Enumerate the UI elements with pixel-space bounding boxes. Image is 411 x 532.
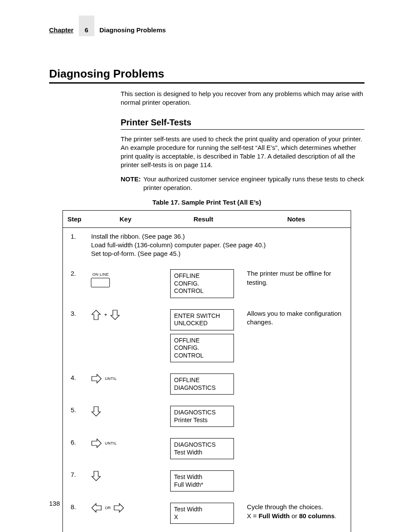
text-line: Install the ribbon. (See page 36.) — [91, 232, 347, 241]
page-number: 138 — [49, 499, 60, 508]
down-arrow-key-icon — [110, 309, 120, 320]
step-num: 5. — [63, 401, 86, 434]
step-num: 3. — [63, 305, 86, 370]
heading-1: Diagnosing Problems — [49, 66, 364, 84]
left-arrow-key-icon — [91, 503, 102, 513]
down-arrow-key-icon — [91, 406, 101, 417]
th-notes: Notes — [242, 211, 351, 227]
key-cell: + — [86, 305, 165, 370]
note-body: Your authorized customer service enginee… — [143, 175, 364, 193]
text-line: DIAGNOSTICS — [174, 384, 230, 392]
svg-marker-3 — [92, 407, 100, 416]
text-line: CONFIG. CONTROL — [174, 280, 230, 295]
text-line: CONFIG. CONTROL — [174, 344, 230, 359]
svg-marker-2 — [92, 374, 101, 383]
lcd-display: DIAGNOSTICS Printer Tests — [170, 406, 234, 427]
notes-cell — [242, 369, 351, 401]
or-label: OR — [105, 505, 111, 510]
table-row: 6. UNTIL DIAGNOSTICS Test Width — [63, 434, 351, 466]
text-line: OFFLINE — [174, 376, 230, 384]
svg-marker-0 — [92, 310, 100, 320]
text-line: OFFLINE — [174, 337, 230, 345]
result-cell: OFFLINE CONFIG. CONTROL — [165, 265, 242, 305]
text-line: Load full-width (136-column) computer pa… — [91, 241, 347, 249]
procedure-table: Step Key Result Notes 1. Install the rib… — [62, 210, 351, 532]
text-line: Test Width — [174, 473, 230, 481]
body-paragraph: The printer self-tests are used to check… — [121, 135, 364, 170]
svg-marker-5 — [92, 471, 100, 481]
right-arrow-key-icon — [113, 503, 125, 513]
table-caption: Table 17. Sample Print Test (All E’s) — [49, 198, 364, 207]
th-result: Result — [165, 211, 242, 227]
table-row: 4. UNTIL OFFLINE DIAGNOSTICS — [63, 369, 351, 401]
result-cell: DIAGNOSTICS Test Width — [165, 434, 242, 466]
text-line: DIAGNOSTICS — [174, 441, 230, 449]
up-arrow-key-icon — [91, 309, 101, 320]
key-cell — [86, 466, 165, 498]
page-header: Chapter 6 Diagnosing Problems — [49, 16, 364, 36]
key-cell: OR — [86, 498, 165, 531]
step-num: 2. — [63, 265, 86, 305]
lcd-display: OFFLINE DIAGNOSTICS — [170, 373, 234, 395]
table-row: 5. DIAGNOSTICS Printer Tests — [63, 401, 351, 434]
text-line: ENTER SWITCH — [174, 312, 230, 320]
down-arrow-key-icon — [91, 470, 101, 482]
lcd-display: OFFLINE CONFIG. CONTROL — [170, 334, 234, 363]
key-cell — [86, 401, 165, 434]
text-line: Set top-of-form. (See page 45.) — [91, 249, 347, 258]
text-line: Printer Tests — [174, 417, 230, 424]
step-instructions: Install the ribbon. (See page 36.) Load … — [86, 227, 351, 265]
key-cell: UNTIL — [86, 434, 165, 466]
until-label: UNTIL — [105, 376, 117, 381]
notes-cell — [242, 466, 351, 498]
notes-cell: Cycle through the choices. X = Full Widt… — [242, 498, 351, 531]
th-key: Key — [86, 211, 165, 227]
table-row: 1. Install the ribbon. (See page 36.) Lo… — [63, 227, 351, 265]
right-arrow-key-icon — [91, 438, 102, 448]
table-row: 2. ON LINE OFFLINE CONFIG. CONTROL The p… — [63, 265, 351, 305]
lcd-display: Test Width X — [170, 503, 234, 524]
right-arrow-key-icon — [91, 373, 102, 384]
text-line: X = Full Width or 80 columns. — [247, 512, 347, 520]
result-cell: OFFLINE DIAGNOSTICS — [165, 369, 242, 401]
svg-marker-6 — [92, 504, 101, 512]
result-cell: ENTER SWITCH UNLOCKED OFFLINE CONFIG. CO… — [165, 305, 242, 370]
text-line: Cycle through the choices. — [247, 503, 347, 511]
notes-cell: The printer must be offline for testing. — [242, 265, 351, 305]
key-cell: UNTIL — [86, 369, 165, 401]
table-row: 8. OR Test Width X Cycle through the ch — [63, 498, 351, 531]
step-num: 8. — [63, 498, 86, 531]
text-line: X — [174, 513, 230, 521]
lcd-display: ENTER SWITCH UNLOCKED — [170, 309, 234, 330]
key-cell: ON LINE — [86, 265, 165, 305]
step-num: 4. — [63, 369, 86, 401]
th-step: Step — [63, 211, 86, 227]
heading-2: Printer Self-Tests — [121, 117, 364, 130]
key-button-icon — [91, 278, 110, 287]
text-line: Test Width — [174, 449, 230, 457]
result-cell: Test Width X — [165, 498, 242, 531]
until-label: UNTIL — [105, 441, 117, 446]
plus-icon: + — [104, 311, 107, 319]
text-line: OFFLINE — [174, 272, 230, 280]
note: NOTE: Your authorized customer service e… — [121, 175, 364, 193]
svg-marker-4 — [92, 439, 101, 448]
text-line: DIAGNOSTICS — [174, 409, 230, 417]
svg-marker-7 — [114, 504, 124, 512]
text-line: Full Width* — [174, 481, 230, 489]
step-num: 6. — [63, 434, 86, 466]
chapter-number: 6 — [79, 16, 94, 36]
chapter-section: Diagnosing Problems — [100, 26, 166, 36]
table-row: 7. Test Width Full Width* — [63, 466, 351, 498]
text-line: UNLOCKED — [174, 320, 230, 327]
svg-marker-1 — [111, 310, 119, 320]
chapter-label: Chapter — [49, 26, 74, 36]
key-label: ON LINE — [92, 272, 109, 277]
intro-paragraph: This section is designed to help you rec… — [121, 90, 364, 107]
step-num: 1. — [63, 227, 86, 265]
text-line: Test Width — [174, 506, 230, 513]
result-cell: DIAGNOSTICS Printer Tests — [165, 401, 242, 434]
table-row: 3. + ENTER SWITCH UNLOCKED OFFLINE — [63, 305, 351, 370]
lcd-display: OFFLINE CONFIG. CONTROL — [170, 269, 234, 298]
notes-cell — [242, 434, 351, 466]
